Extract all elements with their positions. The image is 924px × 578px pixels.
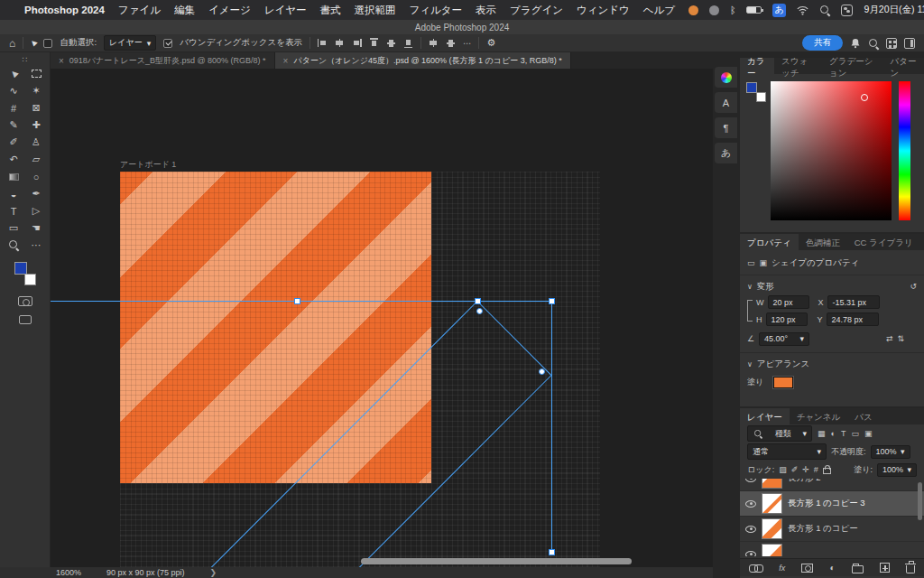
layers-scrollbar[interactable] [918,482,922,520]
align-bottom-icon[interactable] [403,38,413,48]
distribute-v-icon[interactable] [446,38,456,48]
frame-tool[interactable]: ⊠ [32,102,40,114]
transform-right-line[interactable] [551,301,552,554]
bell-icon[interactable] [850,38,861,49]
control-center-icon[interactable] [841,5,853,16]
layer-row-selected[interactable]: 長方形 1 のコピー 3 [740,491,924,517]
panel-fg-bg-swatches[interactable] [745,81,767,103]
menu-image[interactable]: イメージ [208,4,251,17]
hue-slider[interactable] [899,81,910,220]
menu-plugins[interactable]: プラグイン [510,4,563,17]
visibility-eye-icon[interactable] [745,551,756,557]
lock-transparency-icon[interactable]: ▨ [779,465,787,474]
crop-tool[interactable]: # [11,103,16,114]
close-icon[interactable]: × [283,56,289,66]
distribute-h-icon[interactable] [429,38,439,48]
lock-position-icon[interactable]: ✛ [802,465,809,474]
zoom-tool[interactable] [8,239,19,252]
adjustment-layer-icon[interactable]: ◐ [829,563,835,573]
transform-handle[interactable] [475,298,481,304]
anchor-point[interactable] [539,368,545,375]
gradient-tool[interactable] [9,172,19,182]
blend-mode-dropdown[interactable]: 通常 ▾ [747,443,827,460]
align-right-icon[interactable] [352,38,362,48]
menu-select[interactable]: 選択範囲 [355,4,396,17]
menu-file[interactable]: ファイル [118,4,161,17]
auto-select-dropdown[interactable]: レイヤー ▾ [104,35,156,51]
search-icon[interactable] [868,38,879,49]
flip-vertical-icon[interactable]: ⇅ [897,334,904,343]
path-selection-tool[interactable]: ▷ [32,205,40,217]
filter-type-icon[interactable]: T [841,429,846,438]
lock-artboard-icon[interactable]: # [814,465,818,474]
background-color-swatch[interactable] [756,92,766,102]
layer-fill-dropdown[interactable]: 100% ▾ [877,463,917,477]
home-icon[interactable]: ⌂ [9,37,15,50]
filter-smart-object-icon[interactable]: ▣ [864,429,873,438]
opacity-dropdown[interactable]: 100% ▾ [871,445,910,459]
link-wh-icon[interactable] [747,300,753,322]
foreground-color-swatch[interactable] [746,82,757,93]
character-panel-button[interactable]: A [715,92,737,113]
tab-layers[interactable]: レイヤー [740,408,790,424]
transform-handle[interactable] [549,549,555,555]
bluetooth-icon[interactable]: ᛒ [730,5,735,15]
brush-tool[interactable]: ✐ [9,136,17,148]
gear-icon[interactable]: ⚙ [486,37,495,49]
show-bbox-checkbox[interactable] [163,39,172,48]
width-field[interactable]: 20 px [768,295,809,309]
eraser-tool[interactable]: ▱ [32,154,40,165]
menu-clock[interactable]: 9月20日(金) 11:27 [864,4,924,16]
menu-edit[interactable]: 編集 [174,4,195,17]
collapse-icon[interactable]: ∨ [747,360,753,368]
collapse-icon[interactable]: ∨ [747,283,753,291]
layer-thumbnail[interactable] [762,544,782,556]
filter-shape-icon[interactable]: ▭ [851,429,859,438]
filter-pixel-icon[interactable]: ▦ [818,429,826,438]
reset-transform-icon[interactable]: ↺ [910,282,917,291]
blur-tool[interactable]: ○ [33,172,40,182]
tab-color[interactable]: カラー [740,58,774,74]
close-icon[interactable]: × [59,56,64,66]
paragraph-panel-button[interactable]: ¶ [715,117,737,138]
x-field[interactable]: -15.31 px [827,295,880,309]
new-group-icon[interactable] [852,565,864,573]
tab-adjustments[interactable]: 色調補正 [799,234,847,250]
quick-mask-mode-button[interactable] [18,296,32,306]
link-layers-icon[interactable] [749,564,762,572]
transform-handle[interactable] [549,298,555,304]
menu-filter[interactable]: フィルター [410,4,463,17]
color-picker-marker[interactable] [861,94,868,101]
layer-row[interactable]: 長方形 2 [740,479,924,491]
artboard-label[interactable]: アートボード 1 [120,159,176,171]
menu-type[interactable]: 書式 [320,4,341,17]
tab-gradients[interactable]: グラデーション [822,58,883,74]
ime-input-icon[interactable]: あ [772,4,786,17]
marquee-tool[interactable] [32,69,42,79]
document-tab-1[interactable]: × 0918バナートレース_B型肝炎.psd @ 800% (RGB/8) * [51,52,275,69]
document-size-info[interactable]: 90 px x 90 px (75 ppi) [106,568,185,577]
new-layer-icon[interactable] [880,563,890,573]
color-wheel-panel-button[interactable] [715,67,737,88]
align-left-icon[interactable] [318,38,328,48]
workspace-icon[interactable] [886,38,897,49]
lock-pixels-icon[interactable]: ✐ [791,465,799,474]
tab-channels[interactable]: チャンネル [790,408,848,424]
visibility-eye-icon[interactable] [745,500,756,508]
shape-tool[interactable]: ▭ [9,222,18,234]
clone-stamp-tool[interactable]: ♙ [32,136,41,148]
anchor-point[interactable] [476,308,483,314]
saturation-brightness-field[interactable] [771,81,892,220]
pen-tool[interactable]: ✒ [32,188,40,200]
wifi-icon[interactable] [797,5,808,15]
canvas-viewport[interactable]: アートボード 1 [51,69,713,567]
arrange-panels-icon[interactable] [904,38,915,49]
history-brush-tool[interactable]: ↶ [9,154,17,165]
foreground-color-swatch[interactable] [14,262,27,275]
align-middle-v-icon[interactable] [386,38,396,48]
align-top-icon[interactable] [369,38,379,48]
layer-thumbnail[interactable] [762,479,782,489]
y-field[interactable]: 24.78 px [827,312,879,326]
menu-help[interactable]: ヘルプ [643,4,675,17]
type-tool[interactable]: T [11,206,17,217]
